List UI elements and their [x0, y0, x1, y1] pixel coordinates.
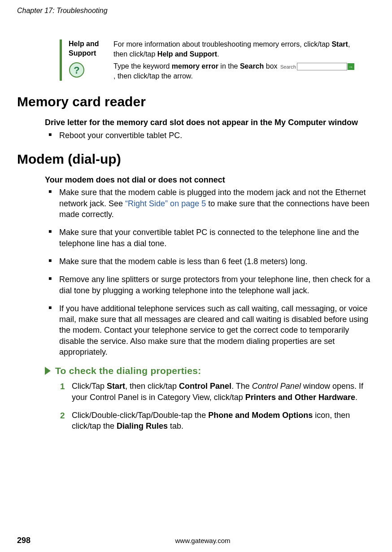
section-modem-dialup: Modem (dial-up) [17, 152, 375, 167]
search-tiny-input [297, 63, 347, 70]
s2b: Phone and Modem Options [208, 411, 313, 420]
s2d: Dialing Rules [117, 422, 168, 430]
help-text-line2: Type the keyword memory error in the Sea… [113, 61, 357, 81]
help-support-callout: Help and Support ? For more information … [60, 39, 375, 81]
chapter-header: Chapter 17: Troubleshooting [17, 7, 375, 15]
bullet-modem-cable: Make sure that the modem cable is plugge… [45, 187, 375, 220]
page-number: 298 [17, 536, 30, 545]
help-t1d: Help and Support [157, 50, 217, 58]
help-t2e: box [264, 62, 279, 70]
procedure-title: To check the dialing properties: [55, 365, 201, 376]
help-t2d: Search [240, 62, 264, 70]
bullet-remove-splitters: Remove any line splitters or surge prote… [45, 274, 375, 296]
s1h: Printers and Other Hardware [245, 393, 355, 402]
step-1: Click/Tap Start, then click/tap Control … [60, 381, 375, 403]
help-t2c: in the [218, 62, 240, 70]
help-t1b: Start [331, 40, 348, 48]
footer-url: www.gateway.com [30, 537, 375, 544]
s1b: Start [107, 382, 125, 391]
search-box-inline: Search→ [280, 63, 354, 70]
step-2: Click/Double-click/Tap/Double-tap the Ph… [60, 410, 375, 432]
search-arrow-icon: → [348, 63, 354, 70]
bullet-phone-line: Make sure that your convertible tablet P… [45, 227, 375, 249]
s1d: Control Panel [179, 382, 231, 391]
bullet-reboot: Reboot your convertible tablet PC. [45, 130, 375, 141]
help-label-line2: Support [69, 49, 96, 57]
s1i: . [355, 393, 357, 402]
help-t1a: For more information about troubleshooti… [113, 40, 331, 48]
s2a: Click/Double-click/Tap/Double-tap the [72, 411, 208, 420]
bullet-cable-length: Make sure that the modem cable is less t… [45, 256, 375, 267]
svg-text:?: ? [74, 65, 79, 76]
help-t2b: memory error [172, 62, 218, 70]
s1c: , then click/tap [125, 382, 179, 391]
help-t2a: Type the keyword [113, 62, 172, 70]
s1e: . The [231, 382, 252, 391]
procedure-arrow-icon [45, 367, 51, 375]
section-memory-card-reader: Memory card reader [17, 94, 375, 109]
help-label-line1: Help and [69, 40, 99, 48]
issue-drive-letter: Drive letter for the memory card slot do… [45, 117, 375, 128]
s1a: Click/Tap [72, 382, 107, 391]
s2e: tab. [168, 422, 183, 430]
help-support-label: Help and Support [69, 39, 113, 58]
issue-modem-no-dial: Your modem does not dial or does not con… [45, 175, 375, 185]
help-t1e: . [217, 50, 219, 58]
help-question-icon: ? [69, 62, 113, 80]
link-right-side[interactable]: “Right Side” on page 5 [125, 199, 206, 208]
help-text-line1: For more information about troubleshooti… [113, 39, 357, 59]
bullet-telephone-services: If you have additional telephone service… [45, 303, 375, 357]
help-t2f: , then click/tap the arrow. [113, 72, 193, 80]
s1f: Control Panel [252, 382, 301, 391]
search-tiny-label: Search [280, 64, 296, 70]
procedure-header: To check the dialing properties: [45, 365, 375, 376]
